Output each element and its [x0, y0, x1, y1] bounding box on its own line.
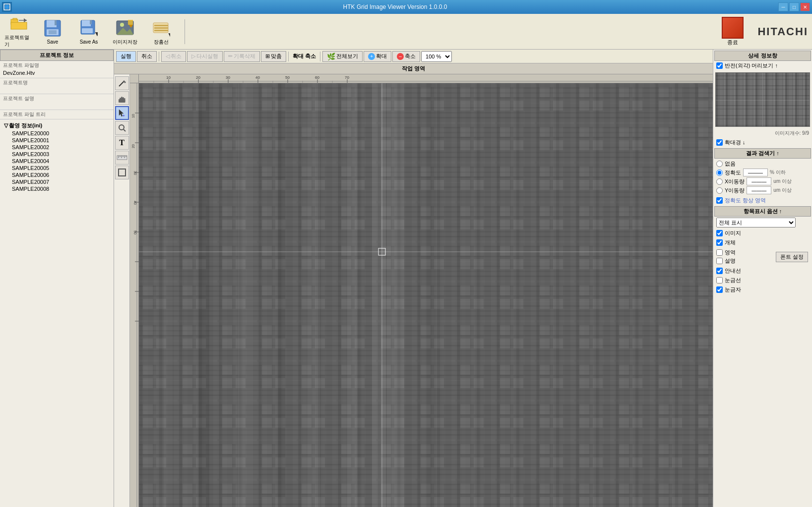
list-item[interactable]: SAMPLE20008	[2, 185, 112, 192]
svg-rect-13	[82, 20, 91, 26]
guide-checkbox[interactable]	[716, 268, 723, 274]
filename-value: DevZone.Htv	[3, 69, 111, 77]
magnifier-tool-button[interactable]	[115, 121, 129, 135]
right-panel: 상세 정보창 반전(외각) 머리보기 ↑	[713, 50, 812, 507]
save-button[interactable]: Save	[38, 17, 67, 47]
grid-checkbox[interactable]	[716, 286, 723, 293]
svg-rect-15	[82, 28, 93, 33]
list-item[interactable]: SAMPLE20006	[2, 171, 112, 178]
maximize-button[interactable]: □	[789, 2, 799, 11]
svg-text:10: 10	[166, 75, 171, 80]
app-icon	[2, 2, 12, 12]
preview-row: 반전(외각) 머리보기 ↑	[713, 61, 812, 70]
list-item[interactable]: SAMPLE20000	[2, 130, 112, 137]
y-disp-value[interactable]: ———	[747, 186, 771, 194]
none-radio[interactable]	[716, 161, 723, 167]
area-check-row: 영역	[716, 248, 775, 257]
cancel-button[interactable]: 취소	[137, 51, 157, 62]
file-tree-label: 프로젝트 파일 트리	[3, 111, 111, 118]
zoom-selector[interactable]: 100 % 50 % 200 % 400 %	[421, 51, 452, 62]
hand-tool-button[interactable]	[115, 91, 129, 105]
guide-label: 안내선	[725, 267, 741, 275]
svg-point-38	[119, 125, 124, 130]
desc-checkbox[interactable]	[716, 258, 723, 264]
zoom-out-button[interactable]: – 축소	[392, 51, 420, 62]
x-disp-radio[interactable]	[716, 178, 723, 185]
preview-checkbox[interactable]	[716, 62, 723, 69]
file-tree-row: 프로젝트 파일 트리	[0, 110, 114, 119]
area-checkbox[interactable]	[716, 249, 723, 256]
close-button[interactable]: ✕	[800, 2, 810, 11]
svg-text:▼: ▼	[94, 30, 98, 37]
save-as-label: Save As	[80, 39, 98, 45]
fit-button[interactable]: ⊞ 맞춤	[261, 51, 286, 62]
text-icon: T	[119, 138, 125, 147]
preview-svg	[716, 73, 810, 126]
zoom-in-icon: +	[368, 53, 375, 60]
svg-rect-4	[11, 22, 27, 29]
svg-text:20: 20	[131, 144, 135, 148]
ruler-corner	[130, 74, 139, 83]
svg-rect-47	[119, 169, 125, 176]
svg-text:+: +	[123, 113, 125, 117]
svg-rect-9	[55, 20, 57, 25]
y-disp-radio[interactable]	[716, 187, 723, 194]
tree-root[interactable]: ▽ 촬영 정보(ini)	[2, 121, 112, 130]
image-save-button[interactable]: 이미지저장	[110, 17, 140, 47]
record-delete-button[interactable]: ✏ 기록삭제	[224, 51, 260, 62]
zoom-in-button[interactable]: + 확대	[364, 51, 391, 62]
save-as-button[interactable]: ▼ Save As	[71, 17, 106, 47]
accuracy-area-checkbox[interactable]	[716, 197, 723, 204]
select-tool-button[interactable]: +	[115, 106, 129, 120]
list-item[interactable]: SAMPLE20002	[2, 144, 112, 151]
pen-tool-button[interactable]	[115, 76, 129, 90]
svg-text:40: 40	[133, 201, 137, 205]
select-icon: +	[118, 109, 126, 117]
none-label: 없음	[725, 160, 736, 168]
magnifier-icon	[118, 123, 126, 132]
y-disp-label: Y이동량	[725, 187, 745, 194]
main-toolbar: 프로젝트열기 Save ▼ Save As	[0, 14, 812, 50]
run-button[interactable]: 실행	[116, 51, 136, 62]
list-item[interactable]: SAMPLE20004	[2, 158, 112, 165]
display-select[interactable]: 전체 표시	[716, 218, 796, 227]
titlebar: HTK Grid Image Viewer Version 1.0.0.0 ─ …	[0, 0, 812, 14]
accuracy-radio[interactable]	[716, 169, 723, 176]
list-item[interactable]: SAMPLE20003	[2, 151, 112, 158]
font-button[interactable]: 폰트 설정	[776, 252, 808, 262]
preview-area	[715, 72, 810, 127]
accuracy-value[interactable]: ———	[743, 169, 768, 176]
text-tool-button[interactable]: T	[115, 136, 129, 150]
canvas-area[interactable]: 10 20 30 40 50 60 70	[130, 74, 713, 507]
open-project-icon	[9, 15, 29, 33]
list-item[interactable]: SAMPLE20007	[2, 178, 112, 185]
image-canvas[interactable]	[139, 83, 713, 507]
options-button[interactable]: ▼ 장홈선	[144, 17, 179, 47]
search-header: 결과 검색기 ↑	[714, 148, 811, 159]
svg-rect-101	[139, 83, 713, 507]
object-checkbox[interactable]	[716, 239, 723, 246]
canvas-with-tools: + T	[114, 74, 713, 507]
gridline-checkbox[interactable]	[716, 277, 723, 283]
redo-button[interactable]: ▷ 다시실행	[187, 51, 223, 62]
minimize-button[interactable]: ─	[778, 2, 788, 11]
ruler-tool-button[interactable]	[115, 151, 129, 165]
x-disp-value[interactable]: ———	[747, 177, 771, 185]
magnifier-checkbox[interactable]	[716, 139, 723, 146]
zoom-section-label: 확대 축소	[293, 53, 316, 60]
svg-rect-104	[238, 83, 253, 507]
image-checkbox[interactable]	[716, 230, 723, 236]
magnifier-row: 확대경 ↓	[713, 138, 812, 147]
list-item[interactable]: SAMPLE20005	[2, 165, 112, 171]
tool-strip: + T	[114, 74, 130, 507]
full-view-button[interactable]: 🌿 전체보기	[322, 51, 363, 62]
undo-arrow-icon: ◁	[166, 53, 170, 59]
ruler-icon	[117, 153, 127, 162]
undo-button[interactable]: ◁ 취소	[161, 51, 186, 62]
left-panel: 프로젝트 정보 프로젝트 파일명 DevZone.Htv 프로젝트명 프로젝트 …	[0, 50, 114, 507]
rect-tool-button[interactable]	[115, 166, 129, 179]
list-item[interactable]: SAMPLE20001	[2, 137, 112, 144]
open-project-button[interactable]: 프로젝트열기	[4, 17, 34, 47]
end-button[interactable]: 종료	[722, 17, 744, 46]
svg-text:60: 60	[315, 75, 319, 80]
